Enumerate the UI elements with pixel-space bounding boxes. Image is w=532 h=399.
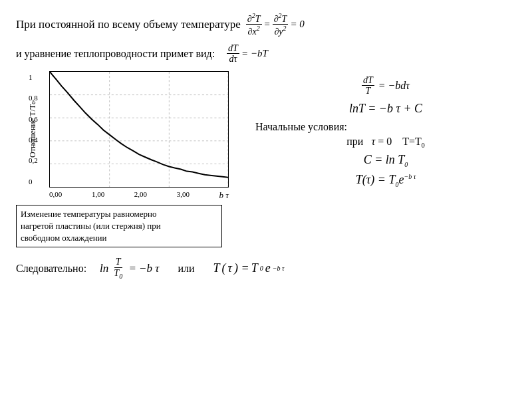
formula-C: C = ln T0 (255, 153, 516, 168)
line1: При постоянной по всему объему температу… (16, 12, 516, 37)
chart-svg (50, 72, 228, 187)
frac-T-T0: T T0 (112, 257, 124, 279)
line2: и уравнение теплопроводности примет вид:… (16, 43, 516, 65)
left-side: Отношение T/T₀ 0 0,2 0,4 0,6 0,8 1 (16, 71, 242, 248)
bottom-line: Следовательно: ln T T0 = −b τ или T(τ) =… (16, 257, 516, 279)
page: При постоянной по всему объему температу… (0, 0, 532, 399)
formula-bottom1: ln T T0 = −b τ (100, 257, 159, 279)
x-ticks: 0,00 1,00 2,00 3,00 b τ (49, 190, 229, 201)
x-label: b τ (219, 190, 229, 201)
formula-Ttau-right: T(τ) = T0e−b τ (255, 173, 516, 188)
formula-dToverT: dT T = −bdτ (255, 75, 516, 96)
chart-area: 0 0,2 0,4 0,6 0,8 1 (49, 71, 229, 188)
initial-cond-label: Начальные условия: (255, 121, 516, 133)
frac-dT-T: dT T (362, 75, 374, 96)
caption-line3: свободном охлаждении (21, 233, 107, 243)
formula-lnT: lnT = −b τ + C (255, 102, 516, 116)
caption-line2: нагретой пластины (или стержня) при (21, 221, 161, 231)
frac-d2Tdx2: ∂2T ∂x2 (246, 12, 262, 37)
bottom-or: или (178, 263, 194, 275)
formula-bottom2: T(τ) = T0e−b τ (213, 261, 285, 275)
formula-laplace: ∂2T ∂x2 = ∂2T ∂y2 = 0 (246, 12, 305, 37)
line2-text: и уравнение теплопроводности примет вид: (16, 48, 215, 60)
right-side: dT T = −bdτ lnT = −b τ + C Начальные усл… (249, 71, 516, 192)
frac-d2Tdy2: ∂2T ∂y2 (273, 12, 289, 37)
formula-heat1: dT dτ = −bT (227, 43, 268, 65)
bottom-label: Следовательно: (16, 263, 86, 275)
frac-dTdtau: dT dτ (227, 43, 239, 65)
caption-box: Изменение температуры равномерно нагрето… (16, 205, 222, 248)
initial-cond-value: при τ = 0 T=T0 (255, 136, 516, 149)
chart-container: Отношение T/T₀ 0 0,2 0,4 0,6 0,8 1 (16, 71, 229, 201)
caption-line1: Изменение температуры равномерно (21, 209, 156, 219)
line1-text: При постоянной по всему объему температу… (16, 18, 241, 31)
main-content: Отношение T/T₀ 0 0,2 0,4 0,6 0,8 1 (16, 71, 516, 248)
y-ticks: 0 0,2 0,4 0,6 0,8 1 (29, 72, 38, 187)
